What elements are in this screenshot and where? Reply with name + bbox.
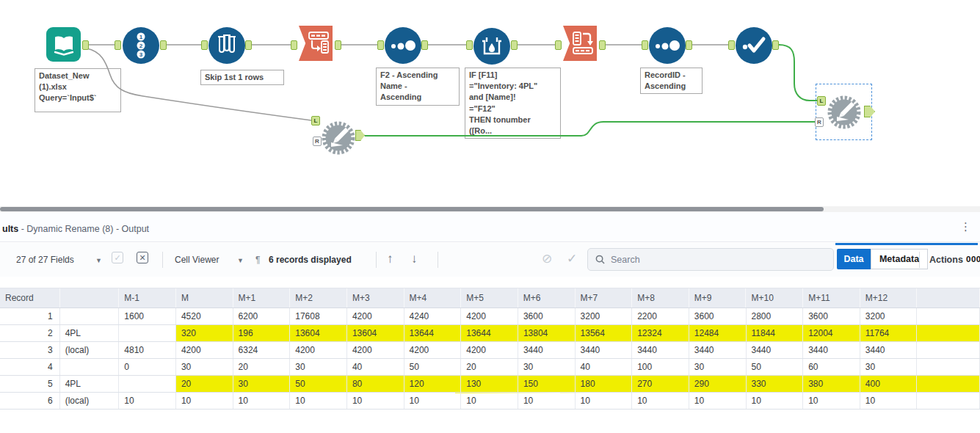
table-row[interactable]: 6(local)1010101010101010101010101010 <box>0 393 980 410</box>
output-anchor[interactable] <box>421 40 428 50</box>
table-cell[interactable]: 4200 <box>461 342 518 358</box>
table-cell[interactable]: 17608 <box>290 308 347 324</box>
table-cell[interactable]: (local) <box>60 342 120 358</box>
input-anchor[interactable] <box>201 40 208 50</box>
table-cell[interactable] <box>60 359 120 375</box>
input-data-tool[interactable] <box>46 27 81 62</box>
table-cell[interactable]: 3440 <box>518 342 576 358</box>
column-header[interactable] <box>60 288 120 308</box>
record-number-cell[interactable]: 3 <box>0 342 60 358</box>
kebab-menu-icon[interactable]: ⋮ <box>960 221 971 232</box>
table-cell[interactable]: 3440 <box>576 342 633 358</box>
table-cell[interactable] <box>119 325 176 341</box>
column-header[interactable] <box>917 288 980 308</box>
column-header[interactable]: M+10 <box>746 288 803 308</box>
table-cell[interactable]: 10 <box>404 393 462 409</box>
input-anchor[interactable] <box>466 40 473 50</box>
horizontal-scrollbar[interactable] <box>0 206 980 212</box>
column-header[interactable]: M+9 <box>689 288 747 308</box>
up-arrow-icon[interactable]: ↑ <box>387 252 393 266</box>
table-cell[interactable]: 2200 <box>632 308 689 324</box>
table-cell[interactable]: 10 <box>119 393 176 409</box>
table-cell[interactable]: 30 <box>518 359 576 375</box>
table-cell[interactable]: 1600 <box>119 308 176 324</box>
cell-viewer-dropdown[interactable]: Cell Viewer <box>175 255 219 265</box>
chevron-down-icon[interactable]: ▼ <box>95 257 102 264</box>
table-cell[interactable]: 10 <box>803 393 860 409</box>
record-number-cell[interactable]: 4 <box>0 359 60 375</box>
annotation-formula[interactable]: IF [F11] ="Inventory: 4PL" and [Name]! =… <box>465 68 561 139</box>
output-anchor[interactable] <box>82 40 89 50</box>
formula-tool[interactable] <box>473 28 510 65</box>
table-cell[interactable]: 50 <box>290 376 347 392</box>
table-cell[interactable]: 6200 <box>233 308 291 324</box>
table-cell[interactable]: 3600 <box>518 308 576 324</box>
table-cell[interactable]: 3200 <box>860 308 918 324</box>
column-header[interactable]: M+12 <box>860 288 918 308</box>
table-cell[interactable]: 40 <box>347 359 404 375</box>
join-left-anchor[interactable]: L <box>817 96 826 106</box>
table-cell[interactable]: 60 <box>803 359 860 375</box>
output-anchor[interactable] <box>245 40 252 50</box>
table-cell[interactable] <box>917 393 980 409</box>
column-header[interactable]: M+8 <box>632 288 689 308</box>
output-anchor[interactable] <box>335 40 341 50</box>
table-cell[interactable]: 30 <box>290 359 347 375</box>
column-header[interactable]: M+3 <box>347 288 404 308</box>
table-cell[interactable]: 3440 <box>747 342 804 358</box>
block-icon[interactable]: ⊘ <box>542 251 552 266</box>
column-header[interactable]: M+11 <box>803 288 860 308</box>
record-number-cell[interactable]: 1 <box>0 308 60 324</box>
table-cell[interactable]: 180 <box>576 376 633 392</box>
table-cell[interactable]: 30 <box>689 359 747 375</box>
table-cell[interactable]: 4200 <box>461 308 518 324</box>
table-cell[interactable]: 4200 <box>347 342 404 358</box>
output-anchor[interactable] <box>355 130 365 141</box>
table-cell[interactable]: 4200 <box>404 342 462 358</box>
table-cell[interactable]: 10 <box>860 393 918 409</box>
column-header[interactable]: M-1 <box>119 288 176 308</box>
table-cell[interactable]: 2800 <box>747 308 804 324</box>
column-header[interactable]: M <box>176 288 233 308</box>
sample-tool[interactable] <box>208 27 245 64</box>
table-cell[interactable]: 13804 <box>518 325 576 341</box>
actions-menu[interactable]: Actions <box>929 255 963 265</box>
table-cell[interactable]: 4520 <box>176 308 233 324</box>
record-id-tool[interactable]: 1 2 3 <box>123 27 159 64</box>
table-cell[interactable]: 13644 <box>461 325 518 341</box>
table-cell[interactable]: 50 <box>747 359 804 375</box>
unique-tool[interactable] <box>736 27 772 64</box>
table-cell[interactable]: 10 <box>518 393 576 409</box>
workflow-canvas[interactable]: Dataset_New (1).xlsx Query=`Input$` Skip… <box>0 0 980 206</box>
output-anchor[interactable] <box>772 40 779 50</box>
table-cell[interactable] <box>917 308 980 324</box>
table-cell[interactable]: 40 <box>576 359 633 375</box>
output-anchor[interactable] <box>686 40 692 50</box>
table-cell[interactable]: 12324 <box>632 325 689 341</box>
table-cell[interactable]: 4PL <box>60 325 120 341</box>
down-arrow-icon[interactable]: ↓ <box>411 252 418 266</box>
sort-tool-2[interactable] <box>649 27 686 64</box>
table-row[interactable]: 3(local)48104200632442004200420042003440… <box>0 342 980 359</box>
annotation-sample[interactable]: Skip 1st 1 rows <box>200 70 284 85</box>
input-anchor[interactable] <box>642 40 648 50</box>
join-right-anchor[interactable]: R <box>815 117 824 127</box>
table-cell[interactable]: 13644 <box>404 325 462 341</box>
join-tool-2[interactable] <box>827 95 862 130</box>
table-cell[interactable]: 10 <box>347 393 404 409</box>
annotation-sort-1[interactable]: F2 - Ascending Name - Ascending <box>376 68 460 106</box>
table-cell[interactable]: 10 <box>632 393 689 409</box>
table-cell[interactable]: 330 <box>747 376 804 392</box>
table-cell[interactable]: 4810 <box>119 342 176 358</box>
table-cell[interactable] <box>917 342 980 358</box>
table-cell[interactable]: 3200 <box>576 308 633 324</box>
table-cell[interactable]: 290 <box>689 376 747 392</box>
table-cell[interactable]: 3600 <box>803 308 860 324</box>
table-cell[interactable]: 13564 <box>576 325 633 341</box>
output-anchor[interactable] <box>599 40 606 50</box>
column-header[interactable]: M+1 <box>233 288 291 308</box>
table-cell[interactable]: 13604 <box>290 325 347 341</box>
sort-tool-1[interactable] <box>385 27 421 64</box>
annotation-sort-2[interactable]: RecordID - Ascending <box>640 68 703 94</box>
data-tab-button[interactable]: Data <box>837 249 871 269</box>
